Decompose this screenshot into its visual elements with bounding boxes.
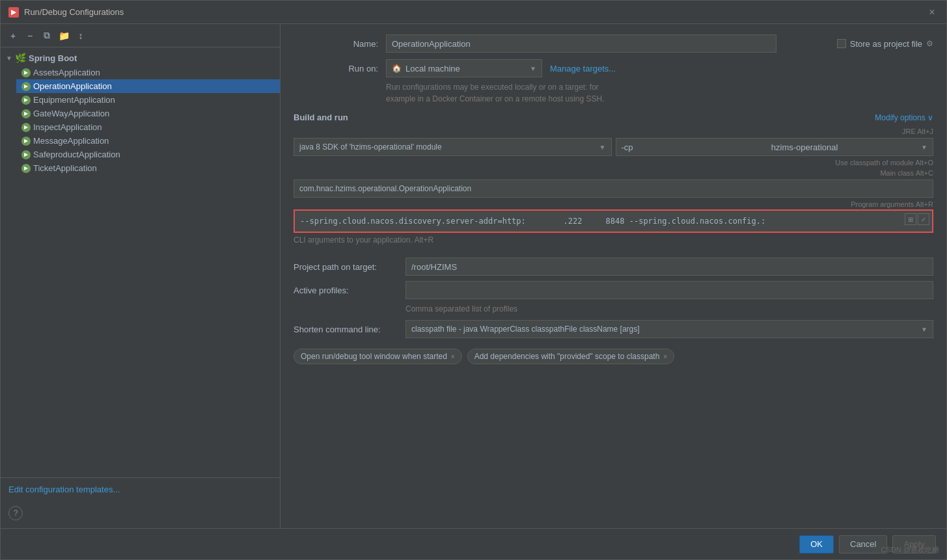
tree-item-equipment[interactable]: ▶ EquipmentApplication — [16, 93, 280, 107]
item-icon: ▶ — [21, 150, 31, 159]
remove-config-button[interactable]: − — [23, 29, 37, 43]
config-tree: ▼ 🌿 Spring Boot ▶ AssetsApplication ▶ Op… — [1, 47, 280, 477]
tree-item-label: MessageApplication — [33, 136, 109, 146]
tree-item-ticket[interactable]: ▶ TicketApplication — [16, 161, 280, 175]
spring-boot-group: ▼ 🌿 Spring Boot ▶ AssetsApplication ▶ Op… — [1, 50, 280, 175]
tree-item-label: InspectApplication — [33, 122, 102, 132]
close-button[interactable]: × — [926, 6, 939, 19]
shorten-value: classpath file - java WrapperClass class… — [411, 325, 918, 334]
expand-args-button[interactable]: ⊞ — [905, 213, 916, 225]
tree-item-label: TicketApplication — [33, 163, 97, 173]
jre-hint: JRE Alt+J — [294, 127, 933, 135]
tree-items-list: ▶ AssetsApplication ▶ OperationApplicati… — [1, 66, 280, 175]
args-action-icons: ⊞ ✓ — [905, 213, 929, 225]
run-on-value: Local machine — [405, 64, 526, 73]
badge-add-dependencies: Add dependencies with "provided" scope t… — [467, 349, 675, 364]
title-bar: ▶ Run/Debug Configurations × — [1, 1, 946, 24]
run-on-label: Run on: — [294, 64, 378, 73]
classpath-dropdown-arrow-icon: ▼ — [921, 144, 927, 151]
folder-config-button[interactable]: 📁 — [57, 29, 71, 43]
badge-close-button-2[interactable]: × — [663, 353, 667, 360]
left-footer: Edit configuration templates... — [1, 477, 280, 501]
name-input[interactable] — [386, 34, 776, 53]
home-icon: 🏠 — [392, 64, 402, 73]
program-args-hint: Program arguments Alt+R — [294, 200, 933, 208]
item-icon: ▶ — [21, 96, 31, 105]
sort-config-button[interactable]: ↕ — [74, 29, 88, 43]
shorten-label: Shorten command line: — [294, 325, 398, 334]
run-debug-dialog: ▶ Run/Debug Configurations × + − ⧉ 📁 ↕ ▼… — [0, 0, 947, 560]
shorten-cmd-row: Shorten command line: classpath file - j… — [294, 320, 933, 338]
modify-options-link[interactable]: Modify options ∨ — [875, 113, 933, 122]
tree-item-label: OperationApplication — [33, 81, 112, 91]
right-panel: Name: Store as project file ⚙ Run on: 🏠 … — [281, 24, 946, 528]
shorten-select[interactable]: classpath file - java WrapperClass class… — [405, 320, 933, 338]
ok-button[interactable]: OK — [799, 535, 834, 553]
store-checkbox[interactable] — [837, 39, 846, 48]
comma-hint: Comma separated list of profiles — [405, 304, 933, 313]
tree-item-label: SafeproductApplication — [33, 150, 120, 159]
run-on-row: Run on: 🏠 Local machine ▼ Manage targets… — [294, 59, 933, 77]
dialog-title: Run/Debug Configurations — [24, 7, 124, 17]
badge-open-tool-window: Open run/debug tool window when started … — [294, 349, 462, 364]
main-class-row — [294, 180, 933, 198]
tree-item-message[interactable]: ▶ MessageApplication — [16, 134, 280, 148]
add-config-button[interactable]: + — [6, 29, 20, 43]
use-classpath-hint: Use classpath of module Alt+O — [294, 159, 933, 167]
dropdown-arrow-icon: ▼ — [530, 65, 536, 72]
main-class-input[interactable] — [294, 180, 933, 198]
build-run-title: Build and run — [294, 113, 348, 122]
store-file-area: Store as project file ⚙ — [837, 39, 933, 49]
app-icon: ▶ — [8, 7, 19, 18]
classpath-hint-text: -cp — [622, 142, 769, 152]
sdk-dropdown-arrow-icon: ▼ — [599, 144, 606, 151]
tree-item-assets[interactable]: ▶ AssetsApplication — [16, 66, 280, 79]
program-args-box: ⊞ ✓ — [294, 209, 933, 233]
store-file-label: Store as project file — [850, 39, 922, 49]
tree-item-label: AssetsApplication — [33, 68, 100, 77]
watermark: CSDN @喜欢吃糖 — [881, 545, 939, 555]
active-profiles-row: Active profiles: — [294, 281, 933, 299]
spring-boot-group-label: Spring Boot — [29, 53, 77, 63]
item-icon: ▶ — [21, 109, 31, 118]
title-bar-left: ▶ Run/Debug Configurations — [8, 7, 124, 18]
gear-icon[interactable]: ⚙ — [926, 39, 933, 48]
build-run-area: Build and run Modify options ∨ JRE Alt+J… — [294, 113, 933, 251]
tree-item-operation[interactable]: ▶ OperationApplication — [16, 79, 280, 93]
item-icon: ▶ — [21, 82, 31, 91]
cli-args-hint: CLI arguments to your application. Alt+R — [294, 235, 933, 245]
badge-label: Open run/debug tool window when started — [301, 352, 447, 361]
edit-templates-link[interactable]: Edit configuration templates... — [8, 485, 120, 494]
sdk-value: java 8 SDK of 'hzims-operational' module — [299, 142, 597, 152]
item-icon: ▶ — [21, 68, 31, 77]
sdk-row: java 8 SDK of 'hzims-operational' module… — [294, 138, 933, 156]
classpath-select[interactable]: -cp hzims-operational ▼ — [616, 138, 934, 156]
checkmark-args-button[interactable]: ✓ — [918, 213, 929, 225]
run-on-select[interactable]: 🏠 Local machine ▼ — [386, 59, 542, 77]
program-args-input[interactable] — [300, 217, 927, 226]
badge-close-button[interactable]: × — [451, 353, 455, 360]
copy-config-button[interactable]: ⧉ — [40, 29, 54, 43]
active-profiles-label: Active profiles: — [294, 286, 398, 295]
tree-item-label: EquipmentApplication — [33, 95, 115, 105]
section-header: Build and run Modify options ∨ — [294, 113, 933, 122]
project-path-row: Project path on target: — [294, 258, 933, 276]
run-description: Run configurations may be executed local… — [386, 81, 933, 105]
manage-targets-link[interactable]: Manage targets... — [550, 64, 616, 73]
tree-item-gateway[interactable]: ▶ GateWayApplication — [16, 107, 280, 120]
badges-row: Open run/debug tool window when started … — [294, 349, 933, 364]
cancel-button[interactable]: Cancel — [839, 535, 887, 553]
tree-item-safeproduct[interactable]: ▶ SafeproductApplication — [16, 148, 280, 161]
sdk-select[interactable]: java 8 SDK of 'hzims-operational' module… — [294, 138, 612, 156]
spring-boot-group-header[interactable]: ▼ 🌿 Spring Boot — [1, 50, 280, 66]
project-path-input[interactable] — [405, 258, 933, 276]
help-button[interactable]: ? — [8, 506, 23, 520]
main-class-hint: Main class Alt+C — [294, 169, 933, 177]
active-profiles-input[interactable] — [405, 281, 933, 299]
tree-item-inspect[interactable]: ▶ InspectApplication — [16, 120, 280, 134]
item-icon: ▶ — [21, 123, 31, 132]
badge-label: Add dependencies with "provided" scope t… — [474, 352, 660, 361]
project-path-label: Project path on target: — [294, 262, 398, 272]
classpath-value: hzims-operational — [771, 142, 918, 152]
toolbar: + − ⧉ 📁 ↕ — [1, 24, 280, 47]
